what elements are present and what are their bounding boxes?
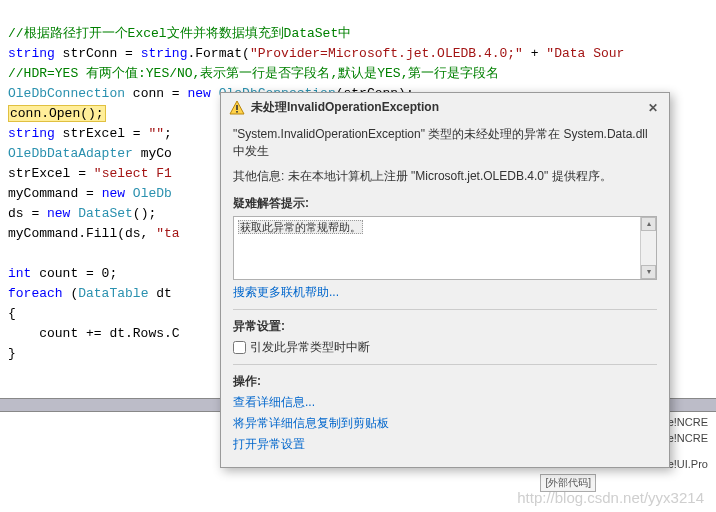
open-exception-settings-link[interactable]: 打开异常设置 bbox=[233, 436, 657, 453]
exception-additional-info: 其他信息: 未在本地计算机上注册 "Microsoft.jet.OLEDB.4.… bbox=[233, 168, 657, 185]
watermark: http://blog.csdn.net/yyx3214 bbox=[517, 489, 704, 506]
exception-settings-label: 异常设置: bbox=[233, 318, 657, 335]
close-button[interactable]: ✕ bbox=[645, 101, 661, 115]
divider bbox=[233, 309, 657, 310]
troubleshoot-label: 疑难解答提示: bbox=[233, 195, 657, 212]
break-on-exception-checkbox[interactable] bbox=[233, 341, 246, 354]
view-details-link[interactable]: 查看详细信息... bbox=[233, 394, 657, 411]
break-on-exception-label: 引发此异常类型时中断 bbox=[250, 339, 370, 356]
scroll-down-button[interactable]: ▾ bbox=[641, 265, 656, 279]
svg-rect-1 bbox=[236, 105, 238, 110]
troubleshoot-item[interactable]: 获取此异常的常规帮助。 bbox=[238, 220, 363, 234]
error-highlight-line: conn.Open(); bbox=[8, 105, 106, 122]
warning-icon bbox=[229, 100, 245, 116]
exception-message: "System.InvalidOperationException" 类型的未经… bbox=[233, 126, 657, 160]
comment-line: //HDR=YES 有两个值:YES/NO,表示第一行是否字段名,默认是YES,… bbox=[8, 66, 499, 81]
scroll-up-button[interactable]: ▴ bbox=[641, 217, 656, 231]
exception-dialog: 未处理InvalidOperationException ✕ "System.I… bbox=[220, 92, 670, 468]
dialog-title-text: 未处理InvalidOperationException bbox=[251, 99, 645, 116]
troubleshoot-listbox[interactable]: 获取此异常的常规帮助。 ▴ ▾ bbox=[233, 216, 657, 280]
copy-exception-link[interactable]: 将异常详细信息复制到剪贴板 bbox=[233, 415, 657, 432]
svg-rect-2 bbox=[236, 111, 238, 113]
search-online-help-link[interactable]: 搜索更多联机帮助... bbox=[233, 284, 657, 301]
comment-line: //根据路径打开一个Excel文件并将数据填充到DataSet中 bbox=[8, 26, 351, 41]
dialog-titlebar[interactable]: 未处理InvalidOperationException ✕ bbox=[221, 93, 669, 122]
scrollbar[interactable]: ▴ ▾ bbox=[640, 217, 656, 279]
divider bbox=[233, 364, 657, 365]
actions-label: 操作: bbox=[233, 373, 657, 390]
